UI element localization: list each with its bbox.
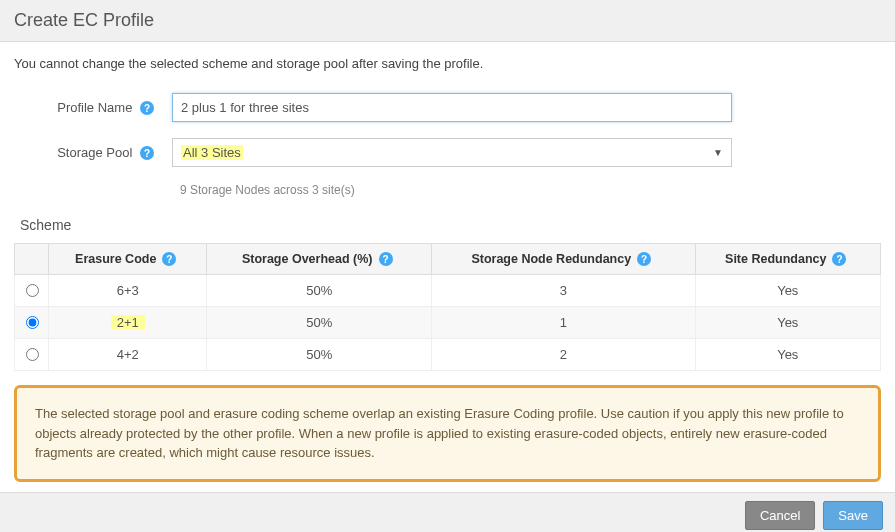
- help-icon[interactable]: [140, 146, 154, 160]
- help-icon[interactable]: [832, 252, 846, 266]
- table-header-ec: Erasure Code: [49, 244, 207, 275]
- help-icon[interactable]: [637, 252, 651, 266]
- help-icon[interactable]: [140, 101, 154, 115]
- storage-pool-select[interactable]: All 3 Sites ▼: [172, 138, 732, 167]
- profile-name-input[interactable]: [172, 93, 732, 122]
- scheme-section-label: Scheme: [20, 217, 881, 233]
- scheme-radio[interactable]: [26, 348, 39, 361]
- storage-pool-value: All 3 Sites: [181, 145, 243, 160]
- site-redundancy-cell: Yes: [695, 275, 880, 307]
- help-icon[interactable]: [379, 252, 393, 266]
- profile-name-label: Profile Name: [57, 100, 132, 115]
- table-header-site-red: Site Redundancy: [695, 244, 880, 275]
- overhead-cell: 50%: [207, 307, 432, 339]
- scheme-radio[interactable]: [26, 316, 39, 329]
- ec-cell: 6+3: [49, 275, 207, 307]
- table-header-overhead: Storage Overhead (%): [207, 244, 432, 275]
- table-row: 4+250%2Yes: [15, 339, 881, 371]
- site-redundancy-cell: Yes: [695, 307, 880, 339]
- scheme-table: Erasure Code Storage Overhead (%) Storag…: [14, 243, 881, 371]
- dialog-footer: Cancel Save: [0, 492, 895, 533]
- storage-pool-subnote: 9 Storage Nodes across 3 site(s): [180, 183, 881, 197]
- storage-pool-label: Storage Pool: [57, 145, 132, 160]
- ec-cell: 4+2: [49, 339, 207, 371]
- page-title: Create EC Profile: [0, 0, 895, 42]
- site-redundancy-cell: Yes: [695, 339, 880, 371]
- table-header-node-red: Storage Node Redundancy: [431, 244, 695, 275]
- node-redundancy-cell: 1: [431, 307, 695, 339]
- node-redundancy-cell: 2: [431, 339, 695, 371]
- chevron-down-icon: ▼: [713, 147, 723, 158]
- scheme-radio[interactable]: [26, 284, 39, 297]
- table-header-radio: [15, 244, 49, 275]
- help-icon[interactable]: [162, 252, 176, 266]
- save-button[interactable]: Save: [823, 501, 883, 530]
- node-redundancy-cell: 3: [431, 275, 695, 307]
- ec-cell: 2+1: [49, 307, 207, 339]
- table-row: 2+150%1Yes: [15, 307, 881, 339]
- cancel-button[interactable]: Cancel: [745, 501, 815, 530]
- overhead-cell: 50%: [207, 275, 432, 307]
- warning-message: The selected storage pool and erasure co…: [14, 385, 881, 482]
- info-note: You cannot change the selected scheme an…: [14, 56, 881, 71]
- overhead-cell: 50%: [207, 339, 432, 371]
- table-row: 6+350%3Yes: [15, 275, 881, 307]
